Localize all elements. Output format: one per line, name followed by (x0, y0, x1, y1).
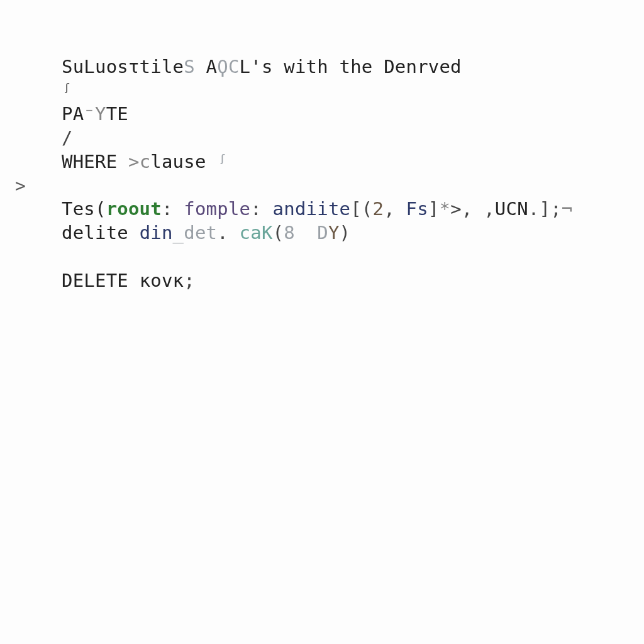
token: PA (62, 103, 84, 125)
token: _det (173, 222, 218, 243)
gutter: > (15, 0, 40, 306)
token: ; (184, 270, 195, 291)
token: ϘϹ (217, 56, 239, 77)
token: 2 (373, 198, 384, 219)
blank-line (62, 245, 631, 269)
token: caK (240, 222, 273, 243)
token: [( (350, 198, 372, 219)
token: SuLuosτtile (62, 56, 184, 77)
code-line: SuLuosτtileS AϘϹL's with the Denrved (62, 55, 631, 79)
token: , (384, 198, 406, 219)
token: >, , (450, 198, 495, 219)
token: ⁻Y (84, 103, 106, 125)
token: : (162, 198, 184, 219)
token: / (62, 127, 73, 148)
token: . (217, 222, 239, 243)
token: .]; (528, 198, 562, 219)
code-line: WHERE >clause ᶴ (62, 150, 631, 174)
token: roout (106, 198, 162, 219)
token: L's with the Denrved (240, 56, 462, 77)
code-line: / (62, 126, 631, 150)
token: ) (340, 222, 351, 243)
token: >c (128, 151, 150, 172)
token: TE (106, 103, 128, 125)
token: ¬ (562, 198, 573, 219)
code-editor[interactable]: > SuLuosτtileS AϘϹL's with the Denrved ᶴ… (0, 0, 644, 306)
token: Tes( (62, 198, 106, 219)
code-line: DELETE ĸovĸ; (62, 269, 631, 293)
token: Fs (406, 198, 428, 219)
token: delite (62, 222, 140, 243)
code-line: delite din_det. caK(8 DY) (62, 221, 631, 245)
token: 8 D (284, 222, 328, 243)
token: ᶴ (217, 151, 228, 172)
token: din (140, 222, 173, 243)
token: DELETE (62, 270, 140, 291)
token: * (440, 198, 451, 219)
token: WHERE (62, 151, 128, 172)
code-line: Tes(roout: fomple: andiite[(2, Fs]*>, ,U… (62, 197, 631, 221)
token: ] (428, 198, 440, 219)
token: ᶴ (62, 80, 73, 101)
token: S (184, 56, 195, 77)
code-line: ᶴ (62, 79, 631, 103)
token: Y (328, 222, 340, 243)
token: lause (150, 151, 217, 172)
token: : (250, 198, 272, 219)
code-line: PA⁻YTE (62, 103, 631, 126)
token: A (195, 56, 217, 77)
token: ĸovĸ (140, 270, 184, 291)
token: fomple (184, 198, 250, 219)
prompt-caret-icon: > (15, 175, 26, 197)
token: andiite (273, 198, 351, 219)
blank-line (62, 174, 631, 197)
token: ( (273, 222, 284, 243)
token: UCN (495, 198, 528, 219)
